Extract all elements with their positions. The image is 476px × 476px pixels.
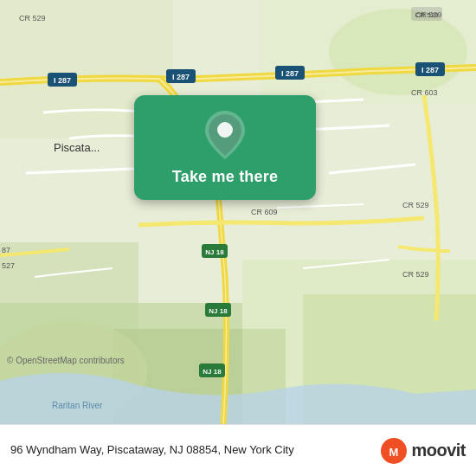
svg-text:I 287: I 287 xyxy=(421,66,439,74)
svg-text:I 287: I 287 xyxy=(54,76,71,85)
take-me-there-label: Take me there xyxy=(172,168,278,186)
address-text: 96 Wyndham Way, Piscataway, NJ 08854, Ne… xyxy=(10,443,294,458)
take-me-there-button[interactable]: Take me there xyxy=(134,95,316,200)
footer-bar: 96 Wyndham Way, Piscataway, NJ 08854, Ne… xyxy=(0,424,476,476)
svg-text:NJ 18: NJ 18 xyxy=(209,307,228,315)
svg-text:CR 609: CR 609 xyxy=(251,208,278,216)
svg-text:CR 529: CR 529 xyxy=(19,14,46,23)
svg-text:527: 527 xyxy=(2,261,15,270)
svg-text:CR 529: CR 529 xyxy=(402,270,429,279)
svg-text:I 287: I 287 xyxy=(281,69,299,78)
footer-address-section: 96 Wyndham Way, Piscataway, NJ 08854, Ne… xyxy=(10,443,294,458)
svg-text:87: 87 xyxy=(2,246,10,254)
svg-text:I 287: I 287 xyxy=(172,73,190,81)
location-pin-icon xyxy=(205,111,245,159)
moovit-logo-icon: M xyxy=(380,437,408,465)
svg-text:Raritan River: Raritan River xyxy=(52,401,103,410)
moovit-brand: M moovit xyxy=(380,437,466,465)
moovit-text: moovit xyxy=(411,441,466,460)
svg-point-9 xyxy=(329,9,467,95)
svg-text:M: M xyxy=(389,446,399,459)
svg-text:CR 529: CR 529 xyxy=(402,201,429,209)
svg-text:CR 529: CR 529 xyxy=(415,11,439,19)
map-view: Raritan River I 287 xyxy=(0,0,476,424)
svg-text:NJ 18: NJ 18 xyxy=(203,368,222,376)
svg-point-36 xyxy=(217,122,233,138)
svg-text:CR 603: CR 603 xyxy=(411,88,438,97)
svg-text:NJ 18: NJ 18 xyxy=(205,248,224,256)
svg-text:Piscata...: Piscata... xyxy=(54,141,100,154)
copyright-text: © OpenStreetMap contributors xyxy=(7,356,125,365)
